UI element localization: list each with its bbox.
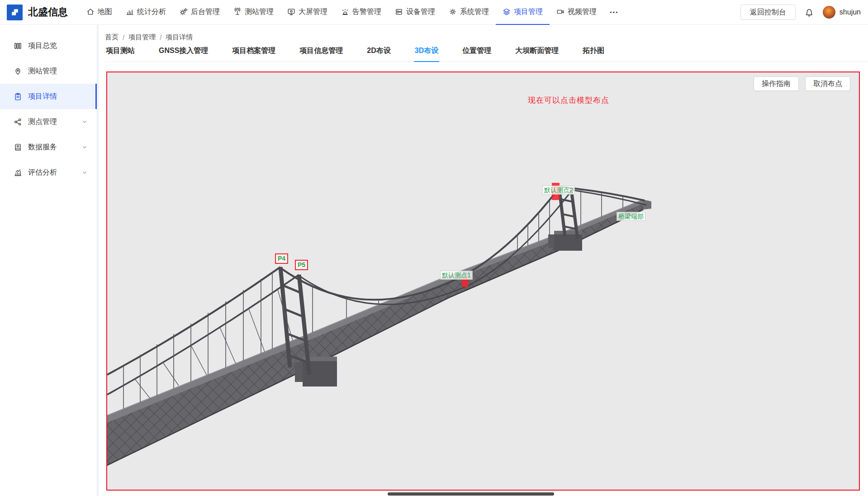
- home-icon: [86, 8, 95, 16]
- stats-icon: [126, 8, 134, 16]
- breadcrumb-home[interactable]: 首页: [105, 33, 119, 42]
- point-label-default-point-2[interactable]: 默认测点2: [542, 186, 575, 195]
- tab-2d-layout[interactable]: 2D布设: [366, 46, 391, 62]
- tab-position-management[interactable]: 位置管理: [461, 46, 492, 62]
- clipboard-icon: [14, 92, 22, 101]
- breadcrumb-separator: /: [160, 33, 161, 41]
- tab-project-info[interactable]: 项目信息管理: [299, 46, 344, 62]
- layers-icon: [503, 8, 511, 16]
- chevron-down-icon: [81, 144, 88, 150]
- top-header: 北盛信息 地图 统计分析 后台管理 测站管理 大屏管理 告警管理 设备管理: [0, 0, 868, 25]
- alarm-icon: [341, 8, 349, 16]
- nav-item-projects[interactable]: 项目管理: [496, 0, 550, 25]
- point-label-p5[interactable]: P5: [295, 260, 308, 270]
- book-icon: [14, 143, 22, 152]
- columns-icon: [14, 42, 22, 50]
- point-label-bridge-end[interactable]: 桥梁端部: [617, 212, 645, 221]
- username: shujun: [840, 8, 861, 16]
- breadcrumb-project-management[interactable]: 项目管理: [128, 33, 156, 42]
- tab-3d-layout[interactable]: 3D布设: [414, 46, 439, 62]
- brand-name: 北盛信息: [28, 5, 68, 19]
- back-to-console-button[interactable]: 返回控制台: [740, 5, 796, 20]
- video-icon: [556, 8, 564, 16]
- main-nav: 地图 统计分析 后台管理 测站管理 大屏管理 告警管理 设备管理 系统管理: [80, 0, 625, 25]
- placement-hint-text: 现在可以点击模型布点: [528, 95, 609, 105]
- header-right: 返回控制台 shujun: [740, 5, 868, 20]
- sidebar-item-station-management[interactable]: 测站管理: [0, 58, 97, 84]
- sidebar-item-project-overview[interactable]: 项目总览: [0, 33, 97, 58]
- point-label-p4[interactable]: P4: [275, 253, 288, 264]
- sidebar-item-assessment[interactable]: 评估分析: [0, 160, 97, 185]
- point-label-default-point-1[interactable]: 默认测点1: [440, 271, 473, 280]
- backend-icon: [180, 8, 188, 16]
- map-pin-icon: [14, 67, 22, 76]
- nav-item-video[interactable]: 视频管理: [550, 0, 603, 25]
- content-panel: 首页 / 项目管理 / 项目详情 项目测站 GNSS接入管理 项目档案管理 项目…: [99, 25, 868, 496]
- tab-project-stations[interactable]: 项目测站: [105, 46, 136, 62]
- device-icon: [395, 8, 403, 16]
- system-icon: [449, 8, 457, 16]
- nav-more-icon[interactable]: •••: [603, 0, 625, 25]
- nav-item-alerts[interactable]: 告警管理: [334, 0, 388, 25]
- 3d-layout-viewer[interactable]: 操作指南 取消布点 现在可以点击模型布点 默认测点2 桥梁端部 P4 P5 默认…: [106, 72, 860, 491]
- detail-tabs: 项目测站 GNSS接入管理 项目档案管理 项目信息管理 2D布设 3D布设 位置…: [105, 46, 868, 62]
- nav-item-map[interactable]: 地图: [80, 0, 119, 25]
- nav-item-bigscreen[interactable]: 大屏管理: [280, 0, 334, 25]
- nav-item-stats[interactable]: 统计分析: [119, 0, 173, 25]
- sidebar-item-point-management[interactable]: 测点管理: [0, 109, 97, 134]
- bridge-3d-model[interactable]: [107, 72, 860, 491]
- cancel-placement-button[interactable]: 取消布点: [805, 76, 850, 91]
- breadcrumb-project-detail: 项目详情: [166, 33, 193, 42]
- chevron-down-icon: [81, 169, 88, 176]
- screen-icon: [287, 8, 295, 16]
- nav-item-devices[interactable]: 设备管理: [388, 0, 442, 25]
- chart-icon: [14, 168, 22, 177]
- notification-bell-icon[interactable]: [805, 8, 814, 17]
- tab-topology[interactable]: 拓扑图: [582, 46, 605, 62]
- nav-item-backend[interactable]: 后台管理: [173, 0, 227, 25]
- sidebar-item-data-service[interactable]: 数据服务: [0, 134, 97, 160]
- tab-project-archive[interactable]: 项目档案管理: [231, 46, 276, 62]
- tab-gnss-access[interactable]: GNSS接入管理: [158, 46, 209, 62]
- avatar[interactable]: [823, 6, 835, 19]
- nodes-icon: [14, 118, 22, 126]
- bottom-scroll-hint[interactable]: [388, 492, 554, 496]
- user-menu[interactable]: shujun: [823, 6, 861, 19]
- nav-item-system[interactable]: 系统管理: [442, 0, 496, 25]
- chevron-down-icon: [81, 119, 88, 125]
- brand-logo[interactable]: [7, 5, 23, 20]
- nav-item-stations[interactable]: 测站管理: [227, 0, 280, 25]
- logo-glyph-icon: [9, 7, 20, 18]
- tab-dam-section-management[interactable]: 大坝断面管理: [514, 46, 560, 62]
- breadcrumb: 首页 / 项目管理 / 项目详情: [99, 25, 868, 42]
- viewer-toolbar: 操作指南 取消布点: [754, 76, 850, 91]
- operation-guide-button[interactable]: 操作指南: [754, 76, 799, 91]
- station-icon: [233, 8, 242, 16]
- sidebar: 项目总览 测站管理 项目详情 测点管理 数据服务 评估分析: [0, 25, 97, 496]
- breadcrumb-separator: /: [123, 33, 124, 41]
- sidebar-item-project-detail[interactable]: 项目详情: [0, 84, 97, 109]
